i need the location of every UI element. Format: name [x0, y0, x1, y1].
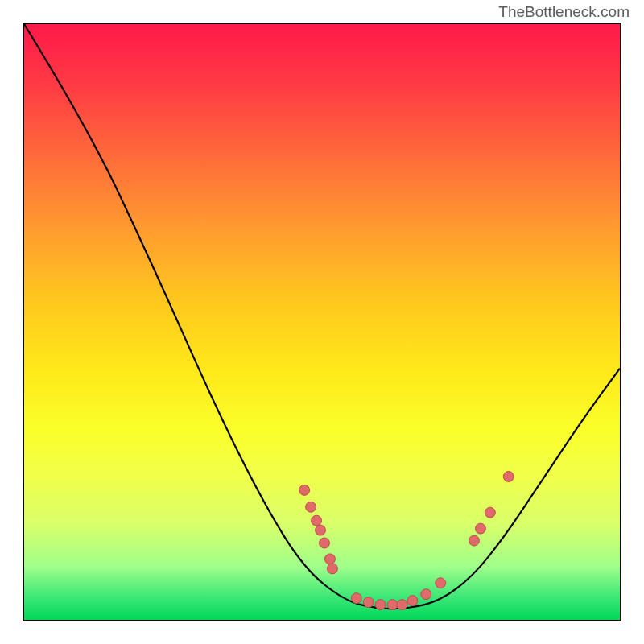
plot-area [23, 23, 621, 621]
data-point [407, 596, 418, 606]
data-point [299, 485, 310, 495]
data-point [469, 535, 480, 546]
data-point [475, 523, 485, 534]
watermark-text: TheBottleneck.com [498, 3, 630, 21]
data-point [485, 507, 495, 518]
data-point [351, 593, 361, 604]
data-point [397, 600, 407, 610]
data-point [312, 515, 322, 526]
data-point [375, 600, 386, 610]
data-point [306, 502, 316, 512]
data-point [324, 554, 335, 564]
bottleneck-curve-line [24, 24, 620, 609]
data-point [421, 589, 431, 600]
data-point [320, 538, 330, 548]
data-point [436, 578, 446, 588]
data-point [387, 600, 398, 610]
data-point [316, 525, 326, 535]
data-point [363, 597, 374, 608]
data-point [327, 564, 337, 574]
chart-svg [24, 24, 620, 620]
data-point [503, 471, 514, 481]
